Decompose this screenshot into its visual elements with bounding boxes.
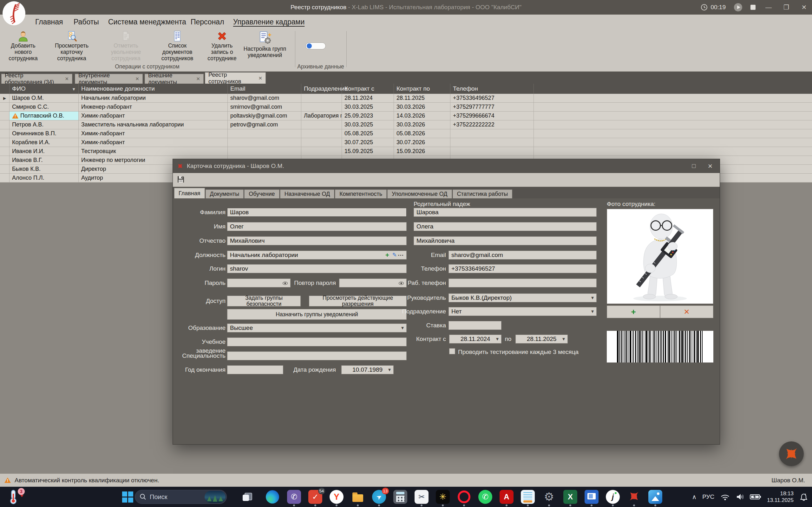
sort-desc-icon[interactable] — [72, 85, 76, 92]
cell-email[interactable]: smirnov@gmail.com — [228, 103, 301, 111]
cell-email[interactable]: poltavskiy@gmail.com — [228, 112, 301, 120]
genitive-name-field[interactable]: Олега — [414, 222, 597, 231]
notification-groups-button[interactable]: Настройка групп уведомлений — [242, 31, 287, 61]
archive-data-toggle[interactable] — [305, 43, 326, 49]
cell-phone[interactable]: +375336496527 — [450, 94, 534, 102]
taskbar-weather-widget[interactable]: 3 — [7, 489, 23, 505]
table-row[interactable]: Смирнов С.С.Инженер-лаборантsmirnov@gmai… — [0, 103, 812, 112]
cell-to[interactable]: 14.03.2026 — [394, 112, 450, 120]
manager-combo[interactable]: Быков К.В.(Директор) — [449, 293, 597, 302]
task-view-button[interactable] — [243, 493, 252, 501]
add-photo-button[interactable] — [607, 305, 660, 318]
cell-fio[interactable]: Быков К.В. — [9, 165, 79, 173]
dialog-maximize-button[interactable]: □ — [692, 163, 696, 170]
menu-item-sistema[interactable]: Система менеджмента — [108, 14, 186, 29]
taskbar-icon-folder[interactable] — [351, 490, 365, 504]
table-row[interactable]: Петров А.В.Заместитель начальника лабора… — [0, 120, 812, 129]
cell-fio[interactable]: Шаров О.М. — [9, 94, 79, 102]
dialog-close-button[interactable]: ✕ — [708, 163, 713, 170]
surname-field[interactable]: Шаров — [227, 208, 407, 217]
taskbar-icon-calculator[interactable] — [393, 490, 407, 504]
header-department[interactable]: Подразделение — [301, 83, 342, 94]
taskbar-icon-snipping[interactable]: ✂ — [415, 490, 428, 504]
save-button[interactable] — [177, 175, 185, 185]
genitive-patronymic-field[interactable]: Михайловича — [414, 236, 597, 245]
header-email[interactable]: Email — [228, 83, 301, 94]
tray-clock[interactable]: 18:13 13.11.2025 — [767, 490, 794, 504]
cell-fio[interactable]: Кораблев И.А. — [9, 138, 79, 147]
taskbar-icon-telegram[interactable]: ➤13 — [372, 490, 386, 504]
cell-dept[interactable] — [301, 138, 342, 147]
tab-external-documents[interactable]: Внешние документы — [145, 74, 204, 83]
header-contract-from[interactable]: Контракт с — [342, 83, 394, 94]
cell-to[interactable]: 15.09.2026 — [394, 147, 450, 156]
view-employee-card-button[interactable]: Просмотреть карточку сотрудника — [47, 31, 96, 61]
cell-dept[interactable] — [301, 103, 342, 111]
table-row[interactable]: Овчинников В.П.Химик-лаборант05.08.20250… — [0, 129, 812, 138]
cell-from[interactable]: 30.07.2025 — [342, 138, 394, 147]
search-highlight-image[interactable] — [205, 491, 225, 503]
table-row[interactable]: !Полтавский О.В.Химик-лаборантpoltavskiy… — [0, 112, 812, 120]
cell-fio[interactable]: Смирнов С.С. — [9, 103, 79, 111]
battery-charging-icon[interactable] — [750, 494, 761, 500]
name-field[interactable]: Олег — [227, 222, 407, 231]
cell-from[interactable]: 28.11.2024 — [342, 94, 394, 102]
minimize-button[interactable]: — — [764, 4, 773, 11]
dialog-tab-kompetentnost[interactable]: Компетентность — [335, 189, 387, 199]
tab-close-icon[interactable] — [258, 75, 262, 81]
cell-dept[interactable] — [301, 147, 342, 156]
table-row[interactable]: Кораблев И.А.Химик-лаборант30.07.202530.… — [0, 138, 812, 147]
cell-from[interactable]: 30.03.2025 — [342, 120, 394, 129]
cell-phone[interactable] — [450, 129, 534, 138]
security-groups-button[interactable]: Задать группы безопасности — [227, 296, 301, 306]
cell-pos[interactable]: Химик-лаборант — [79, 129, 228, 138]
delete-employee-button[interactable]: Удалить запись о сотруднике — [203, 31, 241, 61]
cell-to[interactable]: 05.08.2026 — [394, 129, 450, 138]
taskbar-icon-excel[interactable]: X — [563, 490, 577, 504]
search-input[interactable]: Поиск — [135, 490, 227, 504]
close-button[interactable]: ✕ — [799, 3, 809, 11]
password-field[interactable] — [227, 279, 291, 287]
cell-fio[interactable]: Иванов И.И. — [9, 147, 79, 156]
taskbar-icon-edge[interactable] — [266, 490, 279, 504]
dialog-tab-naznachennye-od[interactable]: Назначенные ОД — [280, 189, 335, 199]
dialog-tab-dokumenty[interactable]: Документы — [206, 189, 244, 199]
employee-documents-button[interactable]: Список документов сотрудников — [154, 31, 200, 61]
taskbar-icon-monitor[interactable] — [585, 490, 599, 504]
cell-email[interactable] — [228, 138, 301, 147]
cell-phone[interactable] — [450, 147, 534, 156]
cell-email[interactable] — [228, 129, 301, 138]
department-combo[interactable]: Нет — [449, 307, 597, 316]
tab-close-icon[interactable] — [65, 76, 69, 82]
taskbar-icon-whatsapp[interactable]: ✆ — [478, 490, 492, 504]
tab-employee-registry[interactable]: Реестр сотрудников — [205, 72, 266, 83]
menu-item-upravlenie-kadrami[interactable]: Управление кадрами — [233, 14, 305, 29]
dialog-tab-upolnomochennye-od[interactable]: Уполномоченные ОД — [387, 189, 452, 199]
cell-from[interactable]: 30.03.2025 — [342, 103, 394, 111]
tray-chevron-icon[interactable]: ∧ — [692, 493, 697, 501]
tab-close-icon[interactable] — [135, 76, 139, 82]
cell-pos[interactable]: Химик-лаборант — [79, 138, 228, 147]
grad-year-field[interactable] — [227, 365, 283, 374]
taskbar-icon-viber[interactable]: ✆ — [287, 490, 301, 504]
tab-equipment-registry[interactable]: Реестр оборудования (34) — [1, 74, 72, 83]
volume-icon[interactable] — [736, 493, 744, 501]
cell-email[interactable]: petrov@gmail.com — [228, 120, 301, 129]
menu-item-personal[interactable]: Персонал — [191, 14, 224, 29]
start-button[interactable] — [122, 492, 133, 503]
cell-email[interactable] — [228, 147, 301, 156]
cell-fio[interactable]: Петров А.В. — [9, 120, 79, 129]
taskbar-icon-settings[interactable]: ⚙ — [542, 490, 556, 504]
cell-from[interactable]: 15.09.2025 — [342, 147, 394, 156]
table-row[interactable]: Иванов И.И.Тестировщик15.09.202515.09.20… — [0, 147, 812, 156]
taskbar-icon-staros[interactable]: ✳ — [436, 490, 450, 504]
notification-bell-icon[interactable]: z — [799, 493, 808, 501]
taskbar-icon-xlab[interactable] — [627, 490, 641, 504]
xlab-floating-button[interactable] — [779, 441, 804, 466]
cell-phone[interactable] — [450, 138, 534, 147]
cell-fio[interactable]: Овчинников В.П. — [9, 129, 79, 138]
cell-to[interactable]: 28.11.2025 — [394, 94, 450, 102]
taskbar-icon-todoist[interactable]: ✓54 — [308, 490, 322, 504]
specialty-field[interactable] — [227, 351, 407, 360]
cell-to[interactable]: 30.03.2026 — [394, 120, 450, 129]
